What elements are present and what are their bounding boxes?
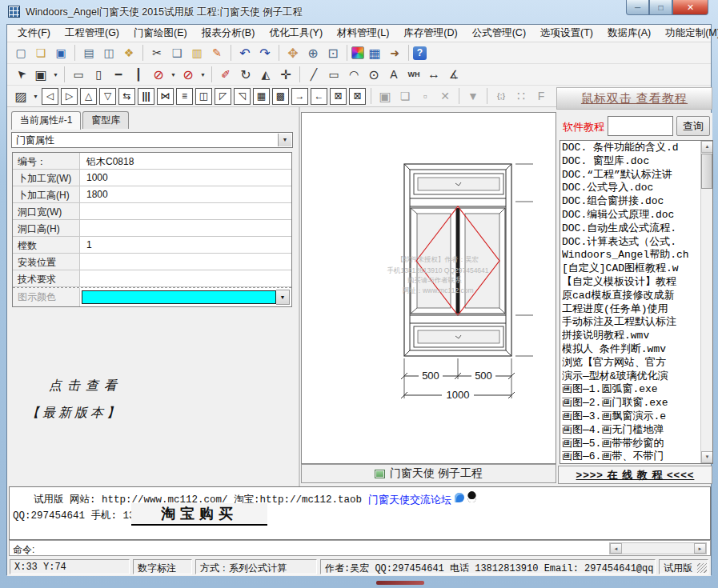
tutorial-list[interactable]: DOC. 条件功能的含义.dDOC. 窗型库.docDOC.“工程”默认标注讲D… bbox=[560, 140, 713, 464]
search-button[interactable]: 查询 bbox=[676, 116, 710, 136]
dimension-icon[interactable]: ↔ bbox=[424, 66, 443, 83]
casement-right-icon[interactable]: ▷ bbox=[61, 88, 78, 105]
mullion-remove-h-icon[interactable]: ⊘ bbox=[149, 66, 168, 83]
property-value[interactable] bbox=[80, 220, 291, 236]
text-icon[interactable]: A bbox=[384, 66, 403, 83]
resize-grip[interactable] bbox=[697, 563, 707, 573]
tutorial-list-item[interactable]: DOC. 窗型库.doc bbox=[562, 155, 700, 169]
undo-icon[interactable]: ↶ bbox=[235, 44, 255, 62]
tutorial-list-item[interactable]: [自定义]CAD图框教程.w bbox=[562, 262, 700, 276]
select-arrow-icon[interactable]: ➤ bbox=[8, 62, 34, 88]
tutorial-list-item[interactable]: 拼接说明教程.wmv bbox=[562, 330, 700, 343]
drawing-canvas[interactable]: 500 500 1000 【软件未授权】作者：吴宏 手机13812813910 … bbox=[301, 112, 556, 464]
split-window-icon[interactable]: ◫ bbox=[195, 88, 212, 105]
dropdown-caret[interactable]: ▼ bbox=[199, 66, 207, 83]
pan-hand-icon[interactable]: ✥ bbox=[283, 44, 303, 62]
mullion-vertical-icon[interactable]: ┃ bbox=[129, 66, 148, 83]
tutorial-list-item[interactable]: 模拟人 条件判断.wmv bbox=[562, 343, 700, 357]
tutorial-list-item[interactable]: 画图—5.画带带纱窗的 bbox=[562, 438, 700, 451]
grille-window2-icon[interactable]: ▩ bbox=[272, 88, 289, 105]
chevron-down-icon[interactable]: ▼ bbox=[278, 134, 291, 146]
menu-function-custom[interactable]: 功能定制(M) bbox=[658, 25, 718, 42]
copy-icon[interactable]: ❑ bbox=[167, 44, 187, 62]
tutorial-list-item[interactable]: DOC.自动生成公式流程. bbox=[562, 222, 700, 236]
tutorial-list-item[interactable]: 工程进度(任务单)使用 bbox=[562, 303, 700, 317]
scroll-right-icon[interactable]: ► bbox=[694, 543, 706, 554]
zoom-in-icon[interactable]: ⊕ bbox=[303, 44, 323, 62]
property-value[interactable]: 1800 bbox=[80, 186, 291, 202]
angle-dimension-icon[interactable]: ∡ bbox=[444, 66, 463, 83]
frame-draw-icon[interactable]: ▣ bbox=[31, 66, 50, 83]
profile-horizontal-icon[interactable]: ▭ bbox=[69, 66, 88, 83]
cut-icon[interactable]: ✂ bbox=[147, 44, 166, 62]
filter-icon[interactable]: ▼ bbox=[463, 87, 483, 105]
maximize-button[interactable]: □ bbox=[649, 0, 672, 15]
save-icon[interactable]: ▣ bbox=[51, 44, 70, 62]
tutorial-list-item[interactable]: 画图—6.画带、不带门 bbox=[562, 450, 700, 463]
property-value[interactable] bbox=[80, 270, 291, 286]
move-icon[interactable]: ✛ bbox=[276, 66, 295, 83]
rectangle-icon[interactable]: ▭ bbox=[324, 66, 343, 83]
scroll-down-icon[interactable]: ▼ bbox=[701, 451, 713, 463]
erase-icon[interactable]: ✐ bbox=[216, 66, 235, 83]
cascade-icon[interactable]: ❏ bbox=[395, 87, 415, 105]
delete-icon[interactable]: ✕ bbox=[435, 87, 455, 105]
color-swatch[interactable] bbox=[82, 290, 276, 304]
open-left-icon[interactable]: ← bbox=[311, 88, 327, 105]
minimize-button[interactable]: ─ bbox=[626, 0, 649, 15]
tutorial-list-item[interactable]: 画图—2.画门联窗.exe bbox=[562, 397, 700, 410]
redo-icon[interactable]: ↷ bbox=[255, 44, 275, 62]
dropdown-caret[interactable]: ▼ bbox=[31, 87, 40, 105]
mullion-remove-v-icon[interactable]: ⊘ bbox=[178, 66, 198, 83]
panel-view-icon[interactable]: ▣ bbox=[375, 87, 395, 105]
louvre-icon[interactable]: ≡ bbox=[176, 88, 193, 105]
tutorial-list-item[interactable]: DOC.计算表达式（公式. bbox=[562, 236, 700, 250]
print-icon[interactable]: ▤ bbox=[79, 44, 98, 62]
tutorial-list-item[interactable]: DOC.编辑公式原理.doc bbox=[562, 209, 700, 222]
tutorial-list-item[interactable]: 画图—4.画无门槛地弹 bbox=[562, 424, 700, 438]
formula-file-icon[interactable]: F bbox=[531, 87, 551, 105]
profile-vertical-icon[interactable]: ▯ bbox=[89, 66, 108, 83]
open-folder-icon[interactable]: ❏ bbox=[31, 44, 50, 62]
promo-click-text[interactable]: 点击查看 bbox=[49, 378, 122, 394]
hatch-fill-icon[interactable]: ▨ bbox=[11, 87, 30, 105]
line-icon[interactable]: ╱ bbox=[304, 66, 323, 83]
promo-latest-version-link[interactable]: 【最新版本】 bbox=[26, 405, 122, 422]
menu-database[interactable]: 数据库(A) bbox=[600, 25, 658, 42]
qq-bubble-icon[interactable] bbox=[455, 493, 464, 502]
menu-formula-manage[interactable]: 公式管理(C) bbox=[465, 25, 533, 42]
menu-inventory-manage[interactable]: 库存管理(D) bbox=[396, 25, 464, 42]
new-file-icon[interactable]: ▢ bbox=[11, 44, 30, 62]
property-value[interactable] bbox=[80, 203, 291, 219]
size-wh-icon[interactable]: WH bbox=[404, 66, 423, 83]
property-category-dropdown[interactable]: 门窗属性 ▼ bbox=[11, 132, 293, 148]
scroll-left-icon[interactable]: ◄ bbox=[610, 543, 622, 554]
menu-optimize-tools[interactable]: 优化工具(Y) bbox=[262, 25, 330, 42]
property-value[interactable]: 1000 bbox=[80, 170, 291, 186]
edit-pen-icon[interactable]: ✎ bbox=[207, 44, 227, 62]
circle-icon[interactable]: ⊙ bbox=[364, 66, 383, 83]
chevron-down-icon[interactable]: ▼ bbox=[276, 290, 290, 305]
tab-current-properties[interactable]: 当前属性#-1 bbox=[11, 111, 81, 130]
bottom-hung-icon[interactable]: ▽ bbox=[99, 88, 116, 105]
mirror-icon[interactable]: ◭ bbox=[256, 66, 275, 83]
dropdown-caret[interactable]: ▼ bbox=[51, 66, 60, 83]
scroll-up-icon[interactable]: ▲ bbox=[701, 141, 713, 153]
sub-window-icon[interactable]: ▫ bbox=[415, 87, 435, 105]
tutorial-list-item[interactable]: 手动标注及工程默认标注 bbox=[562, 316, 700, 330]
forum-link[interactable]: 门窗天使交流论坛 bbox=[368, 493, 451, 507]
brackets-icon[interactable]: {;} bbox=[491, 87, 511, 105]
command-scrollbar[interactable]: ◄ ► bbox=[609, 542, 707, 554]
scrollbar-thumb[interactable] bbox=[701, 154, 712, 189]
command-line[interactable]: 命令: ◄ ► bbox=[9, 540, 711, 556]
tutorial-list-item[interactable]: DOC.“工程”默认标注讲 bbox=[562, 169, 700, 182]
rotate-icon[interactable]: ↻ bbox=[236, 66, 255, 83]
project-tab[interactable]: 门窗天使 例子工程 bbox=[301, 464, 556, 483]
tutorial-list-item[interactable]: 画图—1.圆弧窗.exe bbox=[562, 383, 700, 397]
fan-left-icon[interactable]: ◸ bbox=[215, 88, 231, 105]
print-preview-icon[interactable]: ◫ bbox=[99, 44, 118, 62]
sliding-window-icon[interactable]: ⇆ bbox=[118, 88, 135, 105]
tutorial-list-item[interactable]: 画图—3.画飘窗演示.e bbox=[562, 410, 700, 424]
dropdown-caret[interactable]: ▼ bbox=[169, 66, 178, 83]
online-tutorial-link[interactable]: >>>> 在 线 教 程 <<<< bbox=[558, 466, 712, 484]
